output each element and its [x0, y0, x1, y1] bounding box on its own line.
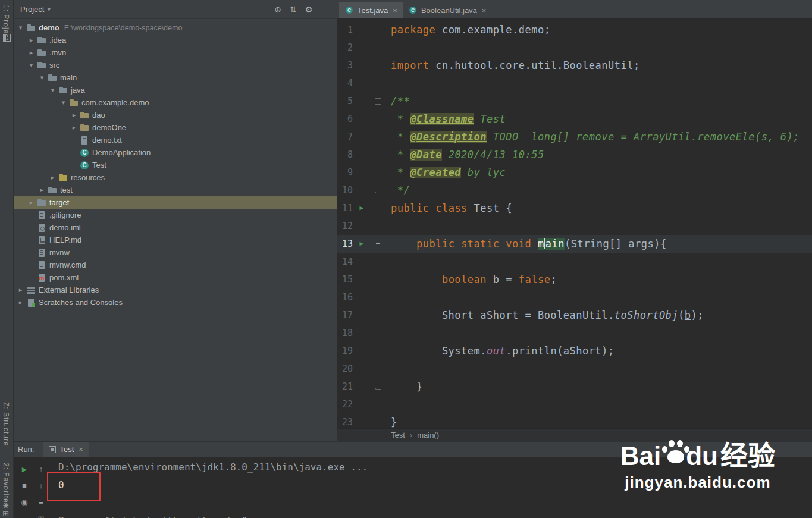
code-line-19[interactable]: 19 System.out.println(aShort); — [337, 342, 812, 360]
code-line-12[interactable]: 12 — [337, 217, 812, 235]
tree-item-dao[interactable]: ▸dao — [13, 109, 337, 121]
tree-item-com-example-demo[interactable]: ▾com.example.demo — [13, 96, 337, 109]
settings-gear-icon[interactable]: ⚙ — [301, 5, 316, 14]
expand-arrow-icon[interactable]: ▾ — [49, 86, 57, 94]
code-line-7[interactable]: 7 * @Description TODO long[] remove = Ar… — [337, 128, 812, 146]
fold-marker-icon[interactable] — [371, 98, 385, 105]
tab-test-java[interactable]: Test.java × — [339, 2, 403, 18]
expand-arrow-icon[interactable]: ▾ — [27, 61, 35, 69]
toolwindow-grid-icon[interactable]: ⊞ — [2, 509, 9, 518]
collapse-arrow-icon[interactable]: ▸ — [27, 49, 35, 56]
code-line-14[interactable]: 14 — [337, 253, 812, 271]
chevron-down-icon[interactable]: ▾ — [47, 5, 51, 13]
tree-item-pom-xml[interactable]: pom.xml — [13, 271, 337, 284]
tree-item-target[interactable]: ▸target — [13, 196, 337, 209]
tree-item--mvn[interactable]: ▸.mvn — [13, 46, 337, 59]
editor-area: Test.java × BooleanUtil.java × 1package … — [337, 0, 812, 441]
code-text — [388, 217, 391, 235]
code-line-4[interactable]: 4 — [337, 74, 812, 92]
tree-item-mvnw[interactable]: mvnw — [13, 246, 337, 259]
collapse-arrow-icon[interactable]: ▸ — [27, 36, 35, 44]
tree-item-main[interactable]: ▾main — [13, 71, 337, 84]
code-line-5[interactable]: 5/** — [337, 92, 812, 110]
run-gutter-icon[interactable]: ▶ — [353, 235, 371, 253]
rerun-icon[interactable]: ▶ — [20, 464, 29, 474]
code-line-15[interactable]: 15 boolean b = false; — [337, 271, 812, 288]
code-line-22[interactable]: 22 — [337, 395, 812, 413]
code-line-8[interactable]: 8 * @Date 2020/4/13 10:55 — [337, 146, 812, 164]
expand-arrow-icon[interactable]: ▾ — [59, 99, 67, 106]
lib-icon — [26, 285, 36, 295]
collapse-arrow-icon[interactable]: ▸ — [17, 299, 24, 306]
tree-item-demo[interactable]: ▾demoE:\workingspace\demo-space\demo — [13, 21, 337, 34]
tab-booleanutil-java[interactable]: BooleanUtil.java × — [403, 2, 492, 18]
collapse-arrow-icon[interactable]: ▸ — [38, 186, 46, 194]
tree-item--idea[interactable]: ▸.idea — [13, 34, 337, 46]
tree-item-test[interactable]: ▸test — [13, 184, 337, 196]
code-line-13[interactable]: 13▶ public static void main(String[] arg… — [337, 235, 812, 253]
project-view-title[interactable]: Project — [20, 5, 44, 14]
line-number: 23 — [337, 413, 353, 428]
tree-item-label: Scratches and Consoles — [39, 298, 123, 307]
collapse-arrow-icon[interactable]: ▸ — [70, 111, 78, 119]
tree-item--gitignore[interactable]: .gitignore — [13, 209, 337, 221]
tree-item-demo-txt[interactable]: demo.txt — [13, 134, 337, 146]
close-tab-icon[interactable]: × — [482, 6, 487, 15]
breadcrumb-item-class[interactable]: Test — [391, 431, 405, 439]
tree-item-test[interactable]: Test — [13, 159, 337, 171]
tree-item-external-libraries[interactable]: ▸External Libraries — [13, 284, 337, 296]
code-line-23[interactable]: 23} — [337, 413, 812, 428]
grid-icon[interactable]: ⊞ — [36, 514, 46, 518]
breadcrumb-item-method[interactable]: main() — [417, 431, 439, 439]
run-tab-test[interactable]: Test × — [43, 442, 88, 457]
expand-arrow-icon[interactable]: ▾ — [38, 74, 46, 81]
close-tab-icon[interactable]: × — [393, 6, 397, 15]
tree-item-resources[interactable]: ▸resources — [13, 171, 337, 184]
code-line-21[interactable]: 21 } — [337, 378, 812, 395]
project-tool-window: Project ▾ ⊕ ⇅ ⚙ ─ ▾demoE:\workingspace\d… — [13, 0, 337, 441]
navigate-down-icon[interactable]: ↓ — [36, 481, 46, 491]
more-icon[interactable]: ⋯ — [20, 514, 29, 518]
code-line-2[interactable]: 2 — [337, 39, 812, 56]
tree-item-demoapplication[interactable]: DemoApplication — [13, 146, 337, 159]
tree-item-help-md[interactable]: HELP.md — [13, 234, 337, 246]
code-line-17[interactable]: 17 Short aShort = BooleanUtil.toShortObj… — [337, 306, 812, 324]
code-line-11[interactable]: 11▶public class Test { — [337, 199, 812, 217]
tree-item-java[interactable]: ▾java — [13, 84, 337, 96]
collapse-arrow-icon[interactable]: ▸ — [49, 174, 57, 181]
tree-item-demoone[interactable]: ▸demoOne — [13, 121, 337, 134]
code-line-6[interactable]: 6 * @Classname Test — [337, 110, 812, 128]
code-line-9[interactable]: 9 * @Created by lyc — [337, 164, 812, 181]
tree-item-demo-iml[interactable]: demo.iml — [13, 221, 337, 234]
line-number: 5 — [337, 92, 353, 110]
toolstripe-structure-button[interactable]: Z: Structure — [2, 402, 10, 447]
code-line-16[interactable]: 16 — [337, 288, 812, 306]
fold-marker-icon[interactable] — [371, 384, 385, 390]
editor-code[interactable]: 1package com.example.demo;23import cn.hu… — [337, 19, 812, 428]
tree-item-mvnw-cmd[interactable]: mvnw.cmd — [13, 259, 337, 271]
code-line-10[interactable]: 10 */ — [337, 181, 812, 199]
code-line-20[interactable]: 20 — [337, 360, 812, 378]
toolstripe-favorites-button[interactable]: 2: Favorites — [2, 463, 10, 507]
camera-icon[interactable]: ◉ — [20, 498, 29, 507]
project-toolwindow-icon[interactable] — [3, 34, 11, 42]
console-settings-icon[interactable]: ≡ — [36, 498, 46, 507]
close-tab-icon[interactable]: × — [79, 445, 83, 454]
stop-icon[interactable]: ■ — [20, 481, 29, 491]
tree-item-scratches-and-consoles[interactable]: ▸Scratches and Consoles — [13, 296, 337, 309]
run-gutter-icon[interactable]: ▶ — [353, 199, 371, 217]
fold-marker-icon[interactable] — [371, 241, 385, 247]
code-line-3[interactable]: 3import cn.hutool.core.util.BooleanUtil; — [337, 56, 812, 74]
code-line-1[interactable]: 1package com.example.demo; — [337, 21, 812, 39]
expand-arrow-icon[interactable]: ▾ — [17, 24, 24, 32]
navigate-up-icon[interactable]: ↑ — [36, 464, 46, 474]
fold-marker-icon[interactable] — [371, 187, 385, 193]
collapse-all-icon[interactable]: ⇅ — [286, 5, 301, 14]
tree-item-src[interactable]: ▾src — [13, 59, 337, 71]
code-line-18[interactable]: 18 — [337, 324, 812, 342]
hide-panel-icon[interactable]: ─ — [316, 5, 332, 14]
collapse-arrow-icon[interactable]: ▸ — [70, 124, 78, 131]
locate-file-icon[interactable]: ⊕ — [270, 5, 286, 14]
collapse-arrow-icon[interactable]: ▸ — [17, 286, 24, 294]
collapse-arrow-icon[interactable]: ▸ — [27, 199, 35, 206]
